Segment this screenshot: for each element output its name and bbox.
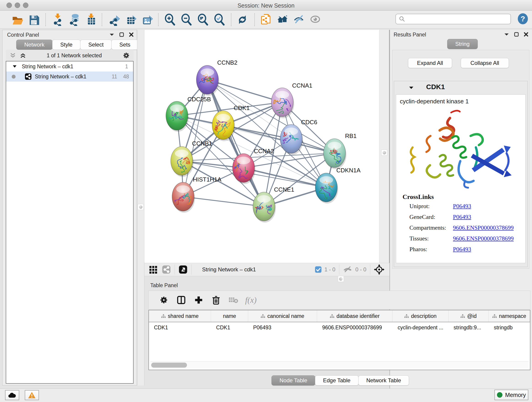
table-settings-button[interactable] bbox=[155, 293, 172, 307]
gene-section-expander-icon[interactable] bbox=[409, 86, 414, 89]
hidden-eye-icon[interactable] bbox=[343, 266, 353, 274]
zoom-in-button[interactable] bbox=[162, 12, 178, 27]
column-header-id[interactable]: @id bbox=[449, 310, 489, 322]
network-row-selected[interactable]: String Network – cdk1 11 48 bbox=[6, 71, 133, 82]
left-splitter[interactable] bbox=[137, 30, 144, 385]
function-builder-button[interactable]: f(x) bbox=[242, 293, 260, 307]
network-right-gutter bbox=[379, 30, 389, 263]
scrollbar-thumb[interactable] bbox=[151, 363, 187, 368]
import-table-file-icon bbox=[84, 13, 96, 26]
column-header-canonicalname[interactable]: canonical name bbox=[248, 310, 317, 322]
expand-all-icon[interactable] bbox=[20, 53, 26, 58]
zoom-selected-button[interactable] bbox=[211, 12, 228, 27]
collapse-all-icon[interactable] bbox=[10, 53, 16, 58]
fit-target-icon[interactable] bbox=[374, 264, 385, 275]
memory-label: Memory bbox=[505, 392, 526, 398]
export-image-button[interactable] bbox=[138, 12, 155, 27]
grid-view-icon[interactable] bbox=[149, 265, 158, 274]
tab-network-table[interactable]: Network Table bbox=[358, 375, 409, 385]
import-network-database-button[interactable] bbox=[65, 12, 82, 27]
tab-select[interactable]: Select bbox=[80, 40, 112, 50]
memory-button[interactable]: Memory bbox=[494, 390, 528, 400]
node-label-CDK1[interactable]: CDK1 bbox=[234, 104, 249, 111]
column-header-namespace[interactable]: namespace bbox=[489, 310, 530, 322]
birdseye-view-icon[interactable] bbox=[178, 265, 188, 274]
horizontal-splitter-handle[interactable] bbox=[338, 276, 344, 282]
import-table-file-button[interactable] bbox=[82, 12, 99, 27]
tab-node-table[interactable]: Node Table bbox=[272, 375, 315, 385]
memory-status-dot bbox=[497, 392, 502, 398]
node-label-CCNB1[interactable]: CCNB1 bbox=[192, 140, 212, 147]
column-header-databaseidentifier[interactable]: database identifier bbox=[317, 310, 393, 322]
panel-menu-icon[interactable] bbox=[109, 33, 114, 36]
node-label-CDC25B[interactable]: CDC25B bbox=[187, 96, 211, 103]
tab-edge-table[interactable]: Edge Table bbox=[315, 375, 359, 385]
zoom-selected-icon bbox=[213, 13, 226, 26]
left-splitter-handle[interactable] bbox=[138, 204, 144, 210]
cloud-button[interactable] bbox=[5, 390, 19, 400]
import-network-file-button[interactable] bbox=[49, 12, 65, 27]
warning-button[interactable] bbox=[25, 390, 39, 400]
node-label-CDC6[interactable]: CDC6 bbox=[301, 119, 317, 126]
node-label-CCNA1[interactable]: CCNA1 bbox=[292, 82, 312, 89]
export-table-button[interactable] bbox=[122, 12, 138, 27]
column-header-description[interactable]: description bbox=[393, 310, 448, 322]
node-label-CCNB2[interactable]: CCNB2 bbox=[217, 59, 237, 66]
hide-selected-button[interactable] bbox=[291, 12, 307, 27]
duplicate-network-button[interactable] bbox=[258, 12, 274, 27]
network-canvas[interactable]: CCNB2CCNA1CDC25BCDK1CDC6RB1CCNB1CCNA2CDK… bbox=[144, 30, 379, 263]
crosslink-link[interactable]: 9606.ENSP00000378699 bbox=[453, 235, 514, 242]
node-label-HIST1H1A[interactable]: HIST1H1A bbox=[193, 176, 222, 183]
results-menu-icon[interactable] bbox=[504, 33, 509, 36]
right-splitter-handle[interactable] bbox=[381, 150, 387, 156]
network-row-label: String Network – cdk1 bbox=[35, 74, 86, 80]
selected-checkbox-icon[interactable] bbox=[315, 266, 322, 273]
results-float-icon[interactable] bbox=[514, 32, 519, 37]
split-panel-button[interactable] bbox=[172, 293, 190, 307]
tab-string[interactable]: String bbox=[447, 39, 478, 49]
crosslink-row: GeneCard: P06493 bbox=[409, 214, 522, 220]
collapse-all-button[interactable]: Collapse All bbox=[461, 58, 509, 68]
crosslink-link[interactable]: P06493 bbox=[453, 214, 471, 220]
export-network-button[interactable] bbox=[105, 12, 122, 27]
network-view-icon[interactable] bbox=[162, 265, 171, 274]
delete-column-button[interactable] bbox=[207, 293, 225, 307]
network-collection-row[interactable]: String Network – cdk1 1 bbox=[6, 61, 133, 71]
delete-table-button[interactable] bbox=[225, 293, 242, 307]
save-session-button[interactable] bbox=[26, 12, 42, 27]
tab-sets[interactable]: Sets bbox=[111, 40, 138, 50]
table-row[interactable]: CDK1CDK1P064939606.ENSP00000378699cyclin… bbox=[149, 322, 530, 333]
zoom-fit-button[interactable] bbox=[195, 12, 211, 27]
search-homes-button[interactable] bbox=[274, 12, 291, 27]
expand-all-button[interactable]: Expand All bbox=[408, 58, 452, 68]
network-options-gear-icon[interactable] bbox=[123, 52, 130, 59]
tab-style[interactable]: Style bbox=[52, 40, 80, 50]
search-input[interactable] bbox=[407, 15, 508, 23]
export-image-icon bbox=[140, 13, 153, 26]
help-button[interactable]: ? bbox=[517, 13, 529, 25]
results-close-icon[interactable] bbox=[524, 32, 528, 37]
open-session-button[interactable] bbox=[9, 12, 26, 27]
node-label-CCNA2[interactable]: CCNA2 bbox=[254, 148, 274, 154]
node-label-CDKN1A[interactable]: CDKN1A bbox=[336, 167, 361, 174]
hide-selected-icon bbox=[293, 13, 305, 26]
panel-float-icon[interactable] bbox=[119, 32, 124, 37]
tab-network[interactable]: Network bbox=[16, 40, 52, 50]
table-horizontal-scrollbar[interactable] bbox=[150, 361, 529, 369]
crosslink-link[interactable]: P06493 bbox=[453, 246, 471, 253]
refresh-view-button[interactable] bbox=[234, 12, 251, 27]
show-hidden-button[interactable] bbox=[307, 12, 324, 27]
crosslink-link[interactable]: P06493 bbox=[453, 203, 471, 210]
panel-close-icon[interactable] bbox=[129, 32, 133, 37]
column-header-sharedname[interactable]: shared name bbox=[149, 310, 211, 322]
column-network-icon bbox=[461, 314, 465, 318]
column-header-name[interactable]: name bbox=[211, 310, 248, 322]
node-label-RB1[interactable]: RB1 bbox=[345, 133, 357, 139]
node-label-CCNE1[interactable]: CCNE1 bbox=[274, 186, 294, 193]
crosslink-link[interactable]: 9606.ENSP00000378699 bbox=[453, 224, 514, 231]
tree-expander-icon[interactable] bbox=[13, 65, 17, 68]
fx-icon: f(x) bbox=[245, 295, 257, 305]
zoom-out-button[interactable] bbox=[178, 12, 195, 27]
add-column-button[interactable] bbox=[190, 293, 207, 307]
search-box[interactable] bbox=[395, 14, 511, 24]
